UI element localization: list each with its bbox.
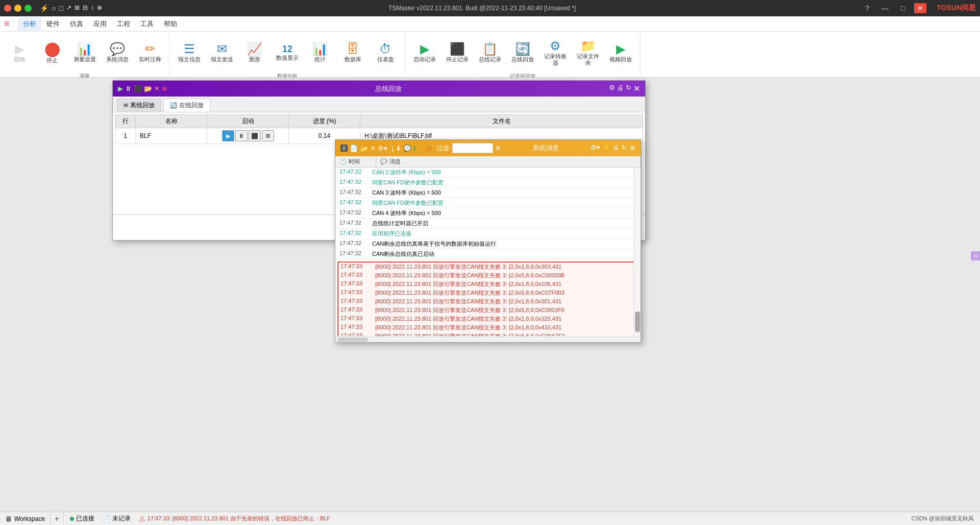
modal-control-open[interactable]: 📂 <box>144 85 152 92</box>
start-button[interactable]: ▶ 启动 <box>4 36 35 70</box>
sysmsg-scroll-down[interactable]: ⬇ <box>396 145 401 152</box>
maximize-dot[interactable] <box>24 5 32 12</box>
add-workspace-tab[interactable]: + <box>51 512 64 525</box>
circle-icon[interactable]: ○ <box>52 4 56 12</box>
sysmsg-new-btn[interactable]: 📄 <box>350 145 358 152</box>
window-controls[interactable] <box>4 5 32 12</box>
sysmsg-scrollthumb[interactable] <box>635 312 640 332</box>
toolbar-icon-1[interactable]: ↗ <box>66 4 71 12</box>
sysmsg-err-btn[interactable]: ⚠ <box>426 145 432 152</box>
bus-replay-title: 总线回放 <box>167 84 609 93</box>
modal-control-stop[interactable]: ⬛ <box>134 85 142 92</box>
time-canfd2: 17:47:32 <box>335 199 370 207</box>
row-controls[interactable]: ▶ ⏸ ⬛ ⚙ <box>207 128 289 144</box>
sysmsg-info-btn[interactable]: ℹ <box>413 145 416 152</box>
menu-item-project[interactable]: 工程 <box>112 17 135 31</box>
sysmsg-h-scrollbar[interactable] <box>335 336 641 342</box>
sysmsg-delete-btn[interactable]: ✕ <box>370 145 376 152</box>
err-time-6: 17:47:33 <box>340 306 375 314</box>
sysmsg-refresh[interactable]: ↻ <box>621 144 627 153</box>
bus-log-button[interactable]: 📋 总线记录 <box>475 36 505 70</box>
square-icon[interactable]: □ <box>59 4 63 12</box>
sysmsg-clear-filter[interactable]: ✕ <box>495 144 501 152</box>
video-replay-button[interactable]: ▶ 视频回放 <box>605 36 636 70</box>
sysmsg-header[interactable]: II 📄 📂 ✕ ⚙▾ | ⬇ 💬 ℹ ⚠ ⚠ 过滤: ✕ 系统消息 ⚙ <box>335 140 641 156</box>
numeric-display-button[interactable]: 12 数值显示 <box>272 36 303 70</box>
log-folder-button[interactable]: 📁 记录文件夹 <box>573 36 603 70</box>
sysmsg-print[interactable]: 🖨 <box>612 144 619 153</box>
menu-item-analysis[interactable]: 分析 <box>18 17 41 31</box>
modal-refresh-icon[interactable]: ↻ <box>626 84 631 93</box>
time-can3: 17:47:32 <box>335 188 370 197</box>
bus-replay-button[interactable]: 🔄 总线回放 <box>507 36 538 70</box>
stop-button[interactable]: ⬤ 停止 <box>37 36 67 70</box>
menu-item-tools[interactable]: 工具 <box>135 17 159 31</box>
sysmsg-body[interactable]: 17:47:32 CAN 2 波特率 (Kbps) = 500 17:47:32… <box>335 168 641 336</box>
measure-settings-button[interactable]: 📊 测量设置 <box>69 36 100 70</box>
realtime-annotation-button[interactable]: ✏ 实时注释 <box>135 36 165 70</box>
log-converter-button[interactable]: ⚙ 记录转换器 <box>540 36 571 70</box>
close-dot[interactable] <box>4 5 11 12</box>
col-progress: 进度 (%) <box>289 115 360 128</box>
sysmsg-more-btn[interactable]: ⚙▾ <box>378 145 387 152</box>
start-record-button[interactable]: ▶ 启动记录 <box>409 36 440 70</box>
sysmsg-h-scrollthumb[interactable] <box>337 338 368 342</box>
lightning-icon[interactable]: ⚡ <box>40 4 48 12</box>
toolbar-icon-5[interactable]: ⊕ <box>97 4 102 12</box>
stop-record-button[interactable]: ⬛ 停止记录 <box>442 36 473 70</box>
workspace-label: Workspace <box>14 515 45 522</box>
modal-control-close-red[interactable]: ⊗ <box>162 85 167 92</box>
row-stop-btn[interactable]: ⬛ <box>249 130 261 141</box>
help-button[interactable]: ? <box>862 3 872 13</box>
maximize-button[interactable]: □ <box>898 3 908 13</box>
menu-item-application[interactable]: 应用 <box>88 17 112 31</box>
title-bar-right[interactable]: ? — □ ✕ TOSUN同星 <box>862 3 976 13</box>
bus-replay-header[interactable]: ▶ ⏸ ⬛ 📂 ✕ ⊗ 总线回放 ⚙ 🖨 ↻ ✕ <box>113 81 645 97</box>
data-analysis-items: ☰ 报文信息 ✉ 报文发送 📈 图形 12 数值显示 📊 统计 🗄 数据库 <box>174 34 401 73</box>
sysmsg-open-btn[interactable]: 📂 <box>360 145 368 152</box>
menu-item-hardware[interactable]: 硬件 <box>41 17 65 31</box>
close-button[interactable]: ✕ <box>914 3 926 13</box>
right-panel-tab[interactable]: ≡ <box>971 251 980 260</box>
sysmsg-settings[interactable]: ⚙▾ <box>591 144 600 153</box>
menu-item-help[interactable]: 帮助 <box>159 17 182 31</box>
modal-print-icon[interactable]: 🖨 <box>617 84 624 93</box>
tab-offline-replay[interactable]: ✉ 离线回放 <box>117 99 161 112</box>
error-message: 17:47:33: [8000] 2022.11.23.801 由于先前的错误，… <box>148 515 330 522</box>
modal-settings-icon[interactable]: ⚙ <box>609 84 615 93</box>
graph-button[interactable]: 📈 图形 <box>239 36 270 70</box>
sysmsg-scrollbar[interactable] <box>633 168 641 336</box>
minimize-button[interactable]: — <box>878 3 892 13</box>
modal-close-x[interactable]: ✕ <box>633 84 640 93</box>
toolbar-icon-2[interactable]: ⊞ <box>75 4 80 12</box>
sysmsg-filter-input[interactable] <box>452 143 493 153</box>
row-pause-btn[interactable]: ⏸ <box>235 130 248 141</box>
frame-send-button[interactable]: ✉ 报文发送 <box>207 36 237 70</box>
sysmsg-lightning[interactable]: ⚡ <box>602 144 610 153</box>
modal-control-pause[interactable]: ⏸ <box>125 85 132 92</box>
row-play-btn[interactable]: ▶ <box>222 130 234 141</box>
toolbar-group-record: ▶ 启动记录 ⬛ 停止记录 📋 总线记录 🔄 总线回放 ⚙ 记录转换器 📁 记 <box>405 34 641 75</box>
row-settings-btn[interactable]: ⚙ <box>262 130 274 141</box>
menu-item-simulation[interactable]: 仿真 <box>65 17 88 31</box>
modal-control-delete[interactable]: ✕ <box>154 85 160 92</box>
frame-info-button[interactable]: ☰ 报文信息 <box>174 36 205 70</box>
sysmsg-freeze-btn[interactable]: II <box>340 145 348 152</box>
top-toolbar-icons[interactable]: ⚡ ○ □ ↗ ⊞ ⊟ ↕ ⊕ <box>40 4 102 12</box>
sysmsg-comment-btn[interactable]: 💬 <box>403 145 411 152</box>
row-name: BLF <box>136 128 207 144</box>
err-msg-5: [8000] 2022.11.23.801 回放引擎发送CAN报文失败 3: {… <box>375 298 635 305</box>
tab-online-replay[interactable]: 🔄 在线回放 <box>163 99 210 112</box>
database-button[interactable]: 🗄 数据库 <box>337 36 368 70</box>
dashboard-button[interactable]: ⏱ 仪表盘 <box>370 36 401 70</box>
minimize-dot[interactable] <box>14 5 21 12</box>
system-message-button[interactable]: 💬 系统消息 <box>102 36 133 70</box>
statistics-button[interactable]: 📊 统计 <box>305 36 335 70</box>
toolbar-icon-3[interactable]: ⊟ <box>83 4 88 12</box>
workspace-tab[interactable]: 🖥 Workspace <box>0 512 51 525</box>
sysmsg-warn-btn[interactable]: ⚠ <box>418 145 424 152</box>
toolbar-icon-4[interactable]: ↕ <box>91 4 94 12</box>
sysmsg-close[interactable]: ✕ <box>629 144 635 153</box>
numeric-display-icon: 12 <box>282 44 292 54</box>
modal-control-play[interactable]: ▶ <box>118 85 123 92</box>
